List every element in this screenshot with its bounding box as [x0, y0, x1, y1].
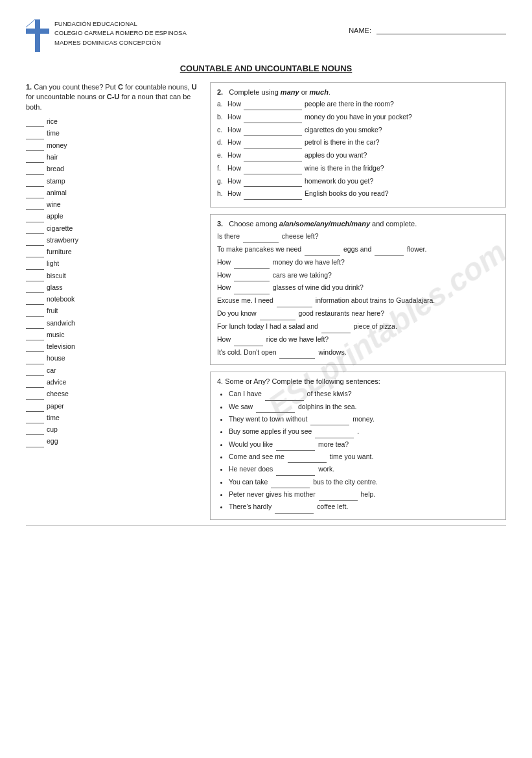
section3-sentence: Do you know good restaurants near here? — [217, 308, 499, 320]
section2-question: a.How people are there in the room? — [217, 99, 499, 110]
logo-area: FUNDACIÓN EDUCACIONAL COLEGIO CARMELA RO… — [26, 19, 187, 52]
word-list-item: money — [26, 140, 201, 151]
word-list-item: strawberry — [26, 235, 201, 246]
section3-sentence: How money do we have left? — [217, 257, 499, 269]
section4-header: 4. Some or Any? Complete the following s… — [217, 377, 499, 385]
s1-instructions: Can you count these? Put C for countable… — [26, 83, 197, 111]
section4-list-item: Come and see me time you want. — [229, 451, 499, 463]
q-after: money do you have in your pocket? — [305, 112, 412, 123]
word-list-item: car — [26, 365, 201, 376]
section2-header: 2. Complete using many or much. — [217, 88, 499, 96]
s2-instr: Complete using many or much. — [225, 88, 330, 96]
s3-number: 3. — [217, 220, 223, 228]
section3-sentence: For lunch today I had a salad and piece … — [217, 321, 499, 333]
word-list-item: notebook — [26, 294, 201, 305]
section2-question: b.How money do you have in your pocket? — [217, 112, 499, 123]
section2-question: e.How apples do you want? — [217, 150, 499, 161]
word-list-item: paper — [26, 401, 201, 412]
section4-box: 4. Some or Any? Complete the following s… — [210, 372, 506, 519]
word-list-item: bread — [26, 163, 201, 174]
section3-sentence: To make pancakes we need eggs and flower… — [217, 244, 499, 256]
word-list-item: time — [26, 128, 201, 139]
s4-blank — [275, 501, 314, 513]
q-blank — [244, 125, 302, 136]
section2-box: 2. Complete using many or much. a.How pe… — [210, 82, 506, 207]
q-before: How — [227, 150, 241, 161]
word-list-item: stamp — [26, 176, 201, 187]
word-list-item: time — [26, 412, 201, 423]
section3-header: 3. Choose among a/an/some/any/much/many … — [217, 220, 499, 228]
q-letter: a. — [217, 99, 226, 110]
name-label: NAME: — [349, 27, 371, 34]
q-before: How — [227, 176, 241, 187]
s4-blank — [315, 426, 354, 438]
section4-list-item: He never does work. — [229, 464, 499, 475]
s4-blank — [319, 489, 358, 501]
section2-question: d.How petrol is there in the car? — [217, 137, 499, 148]
section4-list-item: There's hardly coffee left. — [229, 501, 499, 513]
s4-blank — [288, 451, 327, 463]
word-list-item: advice — [26, 377, 201, 388]
word-list-item: apple — [26, 211, 201, 222]
page-header: FUNDACIÓN EDUCACIONAL COLEGIO CARMELA RO… — [26, 19, 506, 52]
section3-sentence: How rice do we have left? — [217, 334, 499, 346]
left-column: 1. Can you count these? Put C for counta… — [26, 82, 201, 520]
q-blank — [244, 150, 302, 161]
section3-box: 3. Choose among a/an/some/any/much/many … — [210, 214, 506, 365]
q-blank — [244, 189, 302, 200]
q-letter: d. — [217, 137, 226, 148]
word-list-item: hair — [26, 152, 201, 163]
section4-list-item: We saw dolphins in the sea. — [229, 401, 499, 413]
q-letter: e. — [217, 150, 226, 161]
s1-number: 1. — [26, 83, 32, 91]
word-list-item: glass — [26, 282, 201, 293]
section2-question: c.How cigarettes do you smoke? — [217, 125, 499, 136]
svg-rect-1 — [26, 29, 49, 34]
word-list-item: fruit — [26, 305, 201, 316]
school-line3: MADRES DOMINICAS CONCEPCIÓN — [54, 38, 187, 47]
q-blank — [244, 176, 302, 187]
q-before: How — [227, 163, 241, 174]
q-after: petrol is there in the car? — [305, 137, 380, 148]
name-line: NAME: — [349, 19, 506, 34]
q-after: homework do you get? — [305, 176, 373, 187]
q-blank — [244, 112, 302, 123]
bottom-divider — [26, 525, 506, 526]
section4-list-item: Would you like more tea? — [229, 439, 499, 451]
section3-sentence: It's cold. Don't open windows. — [217, 347, 499, 359]
s4-blank — [276, 439, 315, 451]
word-list-item: sandwich — [26, 318, 201, 329]
word-list-item: music — [26, 329, 201, 340]
school-line1: FUNDACIÓN EDUCACIONAL — [54, 19, 187, 29]
s2-number: 2. — [217, 88, 223, 96]
word-list: rice time money hair bread stamp animal … — [26, 116, 201, 447]
s4-blank — [271, 477, 310, 488]
q-after: cigarettes do you smoke? — [305, 125, 382, 136]
word-list-item: furniture — [26, 246, 201, 257]
section2-question: g.How homework do you get? — [217, 176, 499, 187]
q-after: apples do you want? — [305, 150, 367, 161]
s4-blank — [256, 401, 295, 413]
school-info: FUNDACIÓN EDUCACIONAL COLEGIO CARMELA RO… — [54, 19, 187, 47]
q-before: How — [227, 189, 241, 199]
q-before: How — [227, 137, 241, 148]
word-list-item: rice — [26, 116, 201, 127]
q-after: wine is there in the fridge? — [305, 163, 384, 174]
q-blank — [244, 163, 302, 174]
word-list-item: egg — [26, 436, 201, 447]
section4-list-item: You can take bus to the city centre. — [229, 477, 499, 488]
word-list-item: wine — [26, 199, 201, 210]
svg-line-2 — [26, 19, 35, 27]
s4-blank — [276, 464, 315, 475]
section2-question: h.How English books do you read? — [217, 189, 499, 200]
q-letter: g. — [217, 176, 226, 187]
q-after: people are there in the room? — [305, 99, 394, 110]
section3-sentence: How cars are we taking? — [217, 270, 499, 282]
q-before: How — [227, 125, 241, 136]
q-letter: h. — [217, 189, 226, 199]
section2-questions: a.How people are there in the room?b.How… — [217, 99, 499, 200]
cross-icon — [26, 19, 49, 52]
section3-sentences: Is there cheese left?To make pancakes we… — [217, 231, 499, 359]
q-letter: c. — [217, 125, 226, 136]
word-list-item: animal — [26, 187, 201, 198]
